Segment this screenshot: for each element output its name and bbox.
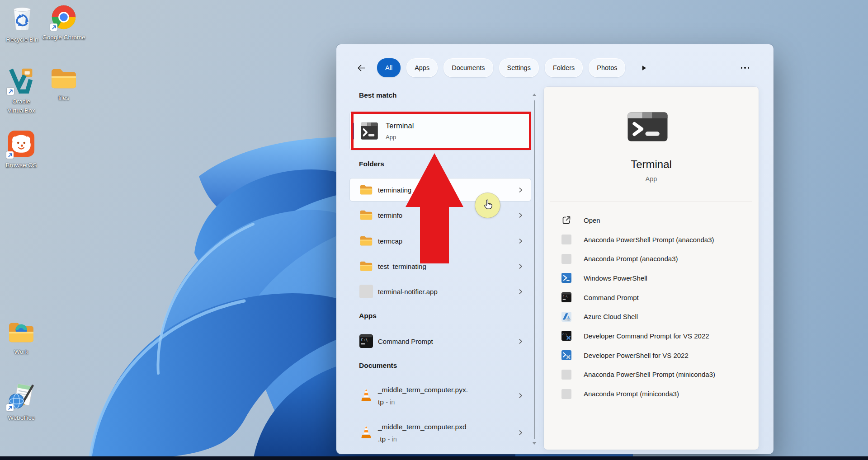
best-match-result-terminal[interactable]: Terminal App xyxy=(350,112,531,150)
action-label: Anaconda PowerShell Prompt (miniconda3) xyxy=(584,371,715,378)
documents-header: Documents xyxy=(359,361,397,370)
cmd-icon: C:\ xyxy=(359,334,373,348)
chevron-right-icon[interactable] xyxy=(517,288,524,295)
chevron-right-icon[interactable] xyxy=(517,238,524,244)
selection-accent-bar xyxy=(352,122,354,140)
document-result-2[interactable]: _middle_term_computer.pxd.tp - in xyxy=(350,418,531,447)
tab-photos[interactable]: Photos xyxy=(589,58,625,77)
desktop-icon-browseros[interactable]: BrowserOS xyxy=(0,130,43,170)
azure-icon xyxy=(561,312,571,322)
folder-result-terminating[interactable]: terminating xyxy=(350,178,531,201)
tab-apps[interactable]: Apps xyxy=(406,58,438,77)
folder-result-terminfo[interactable]: terminfo xyxy=(350,204,531,226)
folder-result-test-terminating[interactable]: test_terminating xyxy=(350,255,531,277)
desktop-icon-weboffice[interactable]: Weboffice xyxy=(0,382,43,422)
terminal-app-icon xyxy=(627,112,668,141)
virtualbox-icon xyxy=(8,67,35,94)
shortcut-arrow-icon xyxy=(6,151,14,159)
shortcut-arrow-icon xyxy=(50,23,57,31)
folder-icon xyxy=(50,67,78,90)
tab-folders[interactable]: Folders xyxy=(545,58,583,77)
folder-icon xyxy=(359,209,373,221)
desktop-icon-label: BrowserOS xyxy=(5,161,37,170)
tabs-overflow-button[interactable] xyxy=(638,62,650,74)
action-label: Azure Cloud Shell xyxy=(584,313,638,320)
desktop-icon-label: Recycle Bin xyxy=(6,35,38,44)
best-match-title: Terminal xyxy=(386,122,414,130)
tab-settings[interactable]: Settings xyxy=(499,58,539,77)
action-developer-powershell-for-vs-2022[interactable]: Developer PowerShell for VS 2022 xyxy=(544,346,759,365)
chevron-right-icon[interactable] xyxy=(517,429,524,436)
folder-result-terminal-notifier-app[interactable]: terminal-notifier.app xyxy=(350,280,531,303)
desktop-icon-recycle-bin[interactable]: Recycle Bin xyxy=(0,4,44,44)
action-developer-command-prompt-for-vs-2022[interactable]: C:\Developer Command Prompt for VS 2022 xyxy=(544,326,759,346)
desktop-icon-work[interactable]: Work xyxy=(0,321,43,357)
browseros-icon xyxy=(7,130,35,158)
powershell-icon xyxy=(561,273,572,283)
placeholder-icon xyxy=(561,389,571,399)
action-label: Command Prompt xyxy=(584,294,639,301)
action-label: Anaconda PowerShell Prompt (anaconda3) xyxy=(584,236,714,244)
desktop-icon-label: Work xyxy=(14,347,28,357)
vlc-icon xyxy=(359,425,373,440)
search-tabs: AllAppsDocumentsSettingsFoldersPhotos xyxy=(377,58,625,77)
desktop-icon-files[interactable]: files xyxy=(42,67,85,103)
chevron-right-icon[interactable] xyxy=(517,338,524,344)
more-options-button[interactable] xyxy=(738,64,752,71)
vlc-icon xyxy=(359,425,373,440)
play-icon xyxy=(641,65,647,71)
action-open[interactable]: Open xyxy=(544,211,759,230)
folder-icon xyxy=(359,184,373,196)
preview-app-subtitle: App xyxy=(544,175,759,183)
powershell-icon xyxy=(561,273,571,283)
app-result-command-prompt[interactable]: C:\Command Prompt xyxy=(350,330,531,352)
tab-documents[interactable]: Documents xyxy=(443,58,493,77)
desktop-icon-google-chrome[interactable]: Google Chrome xyxy=(42,5,85,42)
dev-cmd-icon: C:\ xyxy=(561,331,572,341)
folder-result-termcap[interactable]: termcap xyxy=(350,230,531,252)
scrollbar-down-button[interactable] xyxy=(531,441,538,446)
preview-pane: Terminal App OpenAnaconda PowerShell Pro… xyxy=(544,87,759,450)
result-title: test_terminating xyxy=(378,263,426,270)
divider xyxy=(502,182,502,197)
azure-icon xyxy=(561,312,572,322)
open-icon xyxy=(561,215,572,225)
chevron-right-icon[interactable] xyxy=(517,187,524,193)
best-match-subtitle: App xyxy=(386,134,396,141)
scrollbar-up-button[interactable] xyxy=(531,93,538,97)
action-anaconda-prompt-miniconda3-[interactable]: Anaconda Prompt (miniconda3) xyxy=(544,384,759,404)
chevron-right-icon[interactable] xyxy=(517,392,524,399)
triangle-up-icon xyxy=(532,93,537,97)
action-azure-cloud-shell[interactable]: Azure Cloud Shell xyxy=(544,307,759,326)
action-command-prompt[interactable]: C:\Command Prompt xyxy=(544,288,759,307)
action-anaconda-powershell-prompt-miniconda3-[interactable]: Anaconda PowerShell Prompt (miniconda3) xyxy=(544,365,759,385)
folders-header: Folders xyxy=(359,160,384,168)
taskbar-edge xyxy=(0,456,868,460)
chevron-right-icon[interactable] xyxy=(517,212,524,218)
result-title: terminal-notifier.app xyxy=(378,288,438,296)
svg-text:C:\: C:\ xyxy=(562,333,567,336)
action-windows-powershell[interactable]: Windows PowerShell xyxy=(544,268,759,288)
placeholder-icon xyxy=(561,235,571,244)
document-result-1[interactable]: _middle_term_computer.pyx.tp - in xyxy=(350,381,531,410)
action-anaconda-powershell-prompt-anaconda3-[interactable]: Anaconda PowerShell Prompt (anaconda3) xyxy=(544,230,759,249)
divider xyxy=(550,202,752,202)
result-title: terminfo xyxy=(378,211,402,219)
action-anaconda-prompt-anaconda3-[interactable]: Anaconda Prompt (anaconda3) xyxy=(544,249,759,268)
cmd-icon: C:\ xyxy=(359,334,373,348)
dot-icon xyxy=(741,67,743,69)
chevron-right-icon[interactable] xyxy=(517,263,524,269)
folder-icon xyxy=(359,235,373,247)
tab-all[interactable]: All xyxy=(377,58,401,77)
vlc-icon xyxy=(359,388,373,403)
result-title: Command Prompt xyxy=(378,338,433,345)
weboffice-icon xyxy=(7,382,35,410)
result-title: termcap xyxy=(378,237,402,245)
placeholder-icon xyxy=(561,370,571,380)
svg-text:C:\: C:\ xyxy=(563,295,568,298)
recycle-bin-icon xyxy=(10,4,34,32)
back-button[interactable] xyxy=(354,61,368,75)
desktop-icon-oracle-virtualbox[interactable]: Oracle VirtualBox xyxy=(0,67,43,115)
preview-actions: OpenAnaconda PowerShell Prompt (anaconda… xyxy=(544,211,759,404)
scrollbar-thumb[interactable] xyxy=(534,100,535,439)
